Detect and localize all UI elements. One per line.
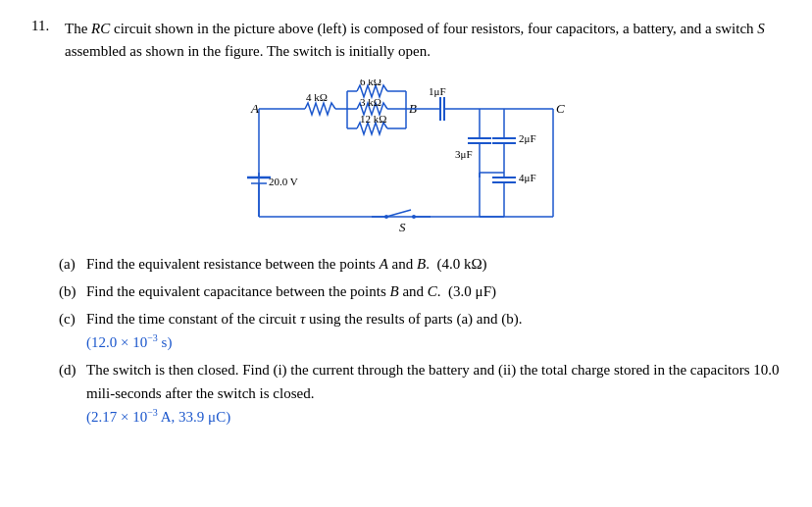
svg-line-55 (386, 210, 411, 217)
part-a: (a) Find the equivalent resistance betwe… (59, 252, 781, 276)
part-b-label: (b) (59, 279, 80, 303)
svg-text:1μF: 1μF (429, 85, 446, 97)
svg-text:3 kΩ: 3 kΩ (360, 96, 381, 108)
svg-text:6 kΩ: 6 kΩ (360, 79, 381, 87)
part-b: (b) Find the equivalent capacitance betw… (59, 279, 781, 303)
problem-parts: (a) Find the equivalent resistance betwe… (59, 252, 781, 429)
part-c: (c) Find the time constant of the circui… (59, 307, 781, 354)
part-a-label: (a) (59, 252, 80, 276)
part-c-label: (c) (59, 307, 80, 354)
svg-text:20.0 V: 20.0 V (269, 176, 298, 187)
svg-point-58 (412, 215, 416, 219)
svg-text:3μF: 3μF (455, 148, 473, 160)
svg-text:4μF: 4μF (519, 172, 536, 183)
problem-header: 11. The RC circuit shown in the picture … (31, 18, 781, 64)
circuit-svg: A 4 kΩ 6 kΩ 3 kΩ (220, 79, 592, 236)
part-a-text: Find the equivalent resistance between t… (86, 252, 781, 276)
part-d-text: The switch is then closed. Find (i) the … (86, 358, 781, 429)
part-b-text: Find the equivalent capacitance between … (86, 279, 781, 303)
part-d-label: (d) (59, 358, 80, 429)
problem-number: 11. (31, 18, 59, 64)
svg-text:S: S (399, 220, 406, 234)
problem-intro: The RC circuit shown in the picture abov… (65, 18, 781, 64)
svg-point-57 (384, 215, 388, 219)
svg-text:4 kΩ: 4 kΩ (306, 91, 328, 103)
part-d: (d) The switch is then closed. Find (i) … (59, 358, 781, 429)
svg-text:C: C (556, 101, 565, 116)
svg-text:A: A (250, 101, 259, 116)
svg-text:12 kΩ: 12 kΩ (360, 113, 386, 125)
problem-11: 11. The RC circuit shown in the picture … (31, 18, 781, 429)
circuit-diagram: A 4 kΩ 6 kΩ 3 kΩ (31, 79, 781, 236)
svg-text:2μF: 2μF (519, 132, 536, 144)
part-c-text: Find the time constant of the circuit τ … (86, 307, 781, 354)
